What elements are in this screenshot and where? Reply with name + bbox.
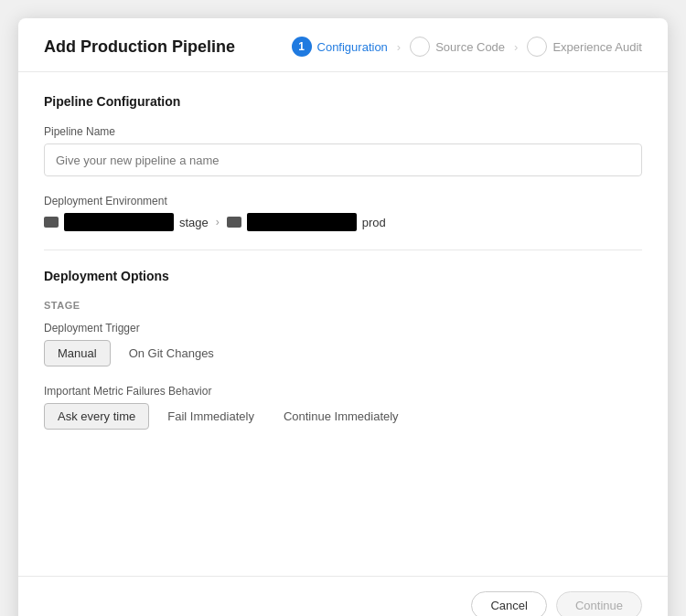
step-arrow-1: › — [397, 40, 401, 54]
deployment-env-row: stage › prod — [44, 213, 642, 231]
pipeline-configuration-section: Pipeline Configuration Pipeline Name Dep… — [44, 94, 642, 231]
step-arrow-2: › — [514, 40, 518, 54]
deployment-options-title: Deployment Options — [44, 269, 642, 283]
env-prod-block: prod — [227, 213, 386, 231]
metric-fail-immediately-button[interactable]: Fail Immediately — [156, 404, 265, 429]
pipeline-name-field-group: Pipeline Name — [44, 125, 642, 176]
metric-failures-group: Important Metric Failures Behavior Ask e… — [44, 385, 642, 430]
metric-ask-every-time-button[interactable]: Ask every time — [44, 403, 149, 430]
env-prod-name-redacted — [247, 213, 357, 231]
deployment-trigger-options: Manual On Git Changes — [44, 340, 642, 366]
metric-failures-options: Ask every time Fail Immediately Continue… — [44, 403, 642, 430]
env-chevron: › — [216, 216, 220, 228]
step-source-code[interactable]: Source Code — [410, 37, 505, 57]
step-label-source-code: Source Code — [435, 40, 505, 54]
wizard-steps: 1 Configuration › Source Code › Experien… — [292, 37, 642, 57]
trigger-git-changes-button[interactable]: On Git Changes — [118, 341, 225, 366]
modal-title: Add Production Pipeline — [44, 37, 235, 57]
deployment-options-section: Deployment Options STAGE Deployment Trig… — [44, 269, 642, 430]
stage-subsection-label: STAGE — [44, 300, 642, 311]
deployment-trigger-label: Deployment Trigger — [44, 322, 642, 335]
step-circle-configuration: 1 — [292, 37, 312, 57]
env-stage-suffix: stage — [179, 216, 209, 229]
modal-footer: Cancel Continue — [18, 576, 668, 616]
add-production-pipeline-modal: Add Production Pipeline 1 Configuration … — [18, 18, 668, 616]
metric-failures-label: Important Metric Failures Behavior — [44, 385, 642, 398]
metric-continue-immediately-button[interactable]: Continue Immediately — [273, 404, 410, 429]
step-label-configuration: Configuration — [317, 40, 388, 54]
env-stage-icon — [44, 217, 59, 228]
pipeline-name-input[interactable] — [44, 143, 642, 176]
trigger-manual-button[interactable]: Manual — [44, 340, 111, 366]
pipeline-name-label: Pipeline Name — [44, 125, 642, 138]
env-stage-block: stage — [44, 213, 209, 231]
modal-body: Pipeline Configuration Pipeline Name Dep… — [18, 72, 668, 576]
step-configuration[interactable]: 1 Configuration — [292, 37, 388, 57]
step-circle-experience-audit — [527, 37, 547, 57]
env-stage-name-redacted — [64, 213, 174, 231]
step-circle-source-code — [410, 37, 430, 57]
step-experience-audit[interactable]: Experience Audit — [527, 37, 642, 57]
cancel-button[interactable]: Cancel — [471, 591, 546, 616]
step-label-experience-audit: Experience Audit — [552, 40, 642, 54]
deployment-env-field-group: Deployment Environment stage › prod — [44, 195, 642, 231]
deployment-env-label: Deployment Environment — [44, 195, 642, 207]
section-divider — [44, 250, 642, 250]
modal-header: Add Production Pipeline 1 Configuration … — [18, 18, 668, 72]
env-prod-icon — [227, 217, 241, 228]
pipeline-config-title: Pipeline Configuration — [44, 94, 642, 109]
env-prod-suffix: prod — [362, 216, 386, 229]
deployment-trigger-group: Deployment Trigger Manual On Git Changes — [44, 322, 642, 366]
continue-button[interactable]: Continue — [556, 591, 642, 616]
